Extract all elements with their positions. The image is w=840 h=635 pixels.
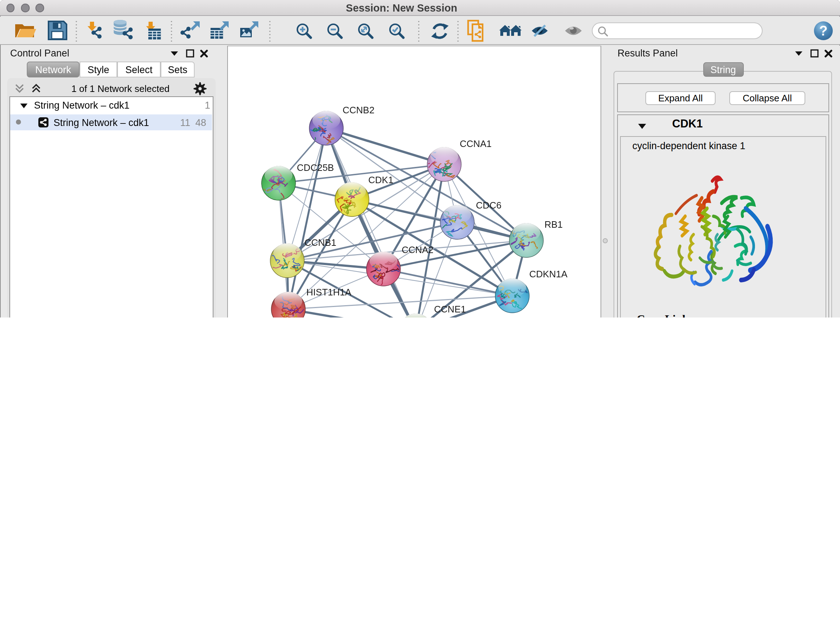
svg-text:CDKN1A: CDKN1A [529,269,568,279]
svg-text:CCNA1: CCNA1 [460,138,492,149]
svg-text:CCNB2: CCNB2 [343,105,374,116]
svg-text:CDK1: CDK1 [368,174,393,185]
svg-text:?: ? [819,23,827,38]
svg-text:CDC6: CDC6 [476,200,501,211]
svg-text:CCNE1: CCNE1 [434,304,466,315]
svg-text:CDC25B: CDC25B [297,162,334,173]
svg-text:CCNB1: CCNB1 [305,237,336,248]
svg-text:HIST1H1A: HIST1H1A [306,287,352,298]
svg-text:RB1: RB1 [545,219,563,230]
svg-text:CCNA2: CCNA2 [401,244,433,255]
